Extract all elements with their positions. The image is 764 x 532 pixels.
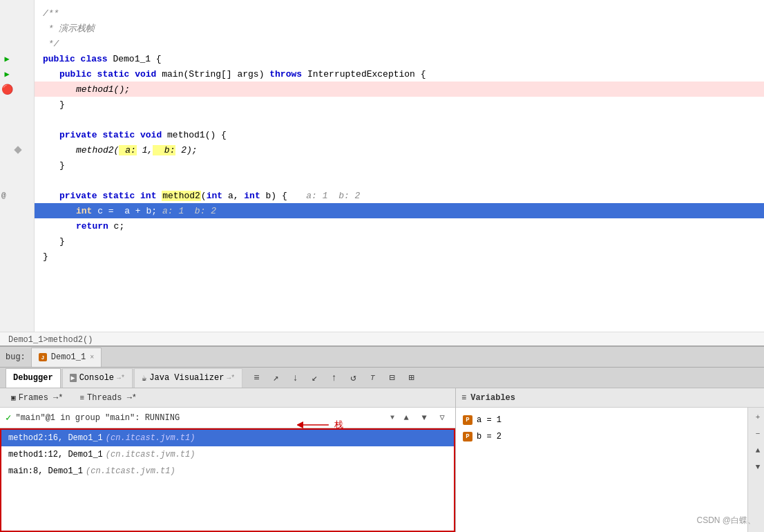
threads-tab[interactable]: ≡ Threads →*	[73, 391, 144, 405]
show-execution-point-button[interactable]: ≡	[248, 370, 265, 386]
code-token: throws	[269, 69, 302, 79]
variable-name: a = 1	[477, 415, 502, 425]
code-token: a:	[119, 145, 136, 155]
code-token: c;	[108, 221, 124, 231]
frame-class: (cn.itcast.jvm.t1)	[106, 433, 195, 443]
remove-variable-button[interactable]: −	[751, 427, 764, 441]
add-variable-button[interactable]: +	[751, 410, 764, 424]
thread-running-icon: ✓	[6, 412, 11, 424]
trace-current-button[interactable]: T	[364, 370, 381, 386]
breadcrumb-item: method2()	[48, 335, 93, 345]
run-to-cursor-button[interactable]: ↑	[325, 370, 342, 386]
frames-threads-bar: ▣ Frames →* ≡ Threads →*	[0, 388, 455, 408]
java-file-icon: J	[39, 353, 47, 361]
step-over-button[interactable]: ↗	[267, 370, 284, 386]
visualizer-tab[interactable]: ☕ Java Visualizer →*	[134, 368, 242, 388]
visualizer-tab-label: Java Visualizer	[149, 373, 224, 383]
code-line: public class Demo1_1 {	[35, 51, 764, 66]
gutter-row	[0, 142, 34, 158]
debug-arrow-icon: ▶	[1, 68, 12, 79]
visualizer-tab-arrow: →*	[227, 374, 235, 382]
threads-icon: ≡	[79, 394, 84, 402]
file-tab-name: Demo1_1	[51, 352, 86, 362]
code-line: public static void main(String[] args) t…	[35, 66, 764, 82]
gutter-row	[0, 36, 34, 51]
code-token: /**	[43, 8, 59, 19]
code-token: b:	[153, 145, 175, 155]
code-line: return c;	[35, 218, 764, 234]
code-token: private static	[59, 191, 135, 201]
expand-button[interactable]: ⊞	[403, 370, 419, 386]
code-line: private static void method1() {	[35, 127, 764, 142]
code-token	[156, 191, 162, 201]
code-token: method1();	[76, 84, 130, 95]
code-token: int	[140, 191, 156, 201]
scroll-down-button[interactable]: ▼	[751, 460, 764, 474]
variables-controls: + − ▲ ▼	[747, 408, 764, 532]
code-token: }	[59, 99, 65, 110]
code-token: (	[201, 191, 207, 201]
stack-frame[interactable]: method2:16, Demo1_1 (cn.itcast.jvm.t1)	[1, 430, 454, 446]
console-icon: ▶	[70, 374, 77, 382]
thread-selector[interactable]: ✓ "main"@1 in group "main": RUNNING ▼ ▲ …	[0, 408, 455, 428]
gutter-row	[0, 158, 34, 173]
variables-panel: ≡ Variables P a = 1 P b = 2 + −	[456, 388, 764, 532]
variable-name: b = 2	[477, 432, 502, 441]
gutter-row	[0, 249, 34, 264]
file-tab[interactable]: J Demo1_1 ×	[31, 348, 102, 367]
tab-close-button[interactable]: ×	[90, 354, 94, 361]
frame-class: (cn.itcast.jvm.t1)	[86, 466, 175, 476]
code-token: method2	[162, 191, 201, 201]
stack-frame[interactable]: method1:12, Demo1_1 (cn.itcast.jvm.t1)	[1, 446, 454, 463]
thread-dropdown-arrow[interactable]: ▼	[390, 414, 394, 421]
code-token: b) {	[260, 191, 287, 201]
code-line: */	[35, 36, 764, 51]
debugger-toolbar: ≡ ↗ ↓ ↙ ↑ ↺ T ⊟ ⊞	[248, 370, 419, 386]
code-line: }	[35, 97, 764, 112]
stack-frame[interactable]: main:8, Demo1_1 (cn.itcast.jvm.t1)	[1, 463, 454, 479]
code-token: return	[76, 221, 108, 231]
step-into-button[interactable]: ↓	[287, 370, 303, 386]
code-line: method2( a: 1, b: 2);	[35, 142, 764, 158]
variables-icon: ≡	[461, 393, 466, 403]
scroll-up-button[interactable]: ▲	[751, 444, 764, 457]
gutter-row	[0, 234, 34, 249]
gutter-row	[0, 127, 34, 142]
frame-text: method1:12, Demo1_1	[8, 450, 103, 459]
code-lines: /** * 演示栈帧 */ public class Demo1_1 { pub…	[35, 0, 764, 332]
code-token: Demo1_1 {	[113, 54, 161, 64]
thread-filter-button[interactable]: ▽	[434, 410, 450, 426]
frames-tab[interactable]: ▣ Frames →*	[4, 391, 70, 405]
code-token: method1() {	[167, 130, 227, 140]
visualizer-icon: ☕	[142, 373, 146, 383]
code-token: a: 1 b: 2	[162, 206, 216, 216]
code-line-highlighted: int c = a + b;a: 1 b: 2	[35, 203, 764, 218]
code-editor: ▶ ▶ 🔴 @	[0, 0, 764, 332]
gutter-row	[0, 97, 34, 112]
gutter-row	[0, 218, 34, 234]
collapse-button[interactable]: ⊟	[383, 370, 400, 386]
at-symbol-icon: @	[1, 191, 6, 200]
console-tab[interactable]: ▶ Console →*	[62, 368, 133, 388]
code-token: InterruptedException {	[302, 69, 426, 79]
breadcrumb-item: Demo1_1	[8, 335, 43, 345]
code-line	[35, 112, 764, 127]
thread-down-button[interactable]: ▼	[417, 410, 432, 426]
code-line: }	[35, 158, 764, 173]
variable-type-icon: P	[463, 415, 472, 425]
step-out-button[interactable]: ↙	[306, 370, 323, 386]
variable-row: P a = 1	[463, 412, 741, 428]
gutter-row	[0, 6, 34, 21]
code-line: private static int method2(int a, int b)…	[35, 188, 764, 203]
code-token: */	[43, 39, 59, 49]
code-token: * 演示栈帧	[43, 22, 95, 35]
code-token: public static void	[59, 69, 162, 79]
debugger-tab[interactable]: Debugger	[6, 368, 61, 388]
code-token: 2);	[175, 145, 197, 155]
code-token: a,	[222, 191, 244, 201]
gutter-row: ▶	[0, 66, 34, 82]
code-token: a: 1 b: 2	[296, 191, 361, 201]
debug-label: bug:	[0, 352, 31, 362]
thread-up-button[interactable]: ▲	[399, 410, 414, 426]
evaluate-button[interactable]: ↺	[345, 370, 361, 386]
